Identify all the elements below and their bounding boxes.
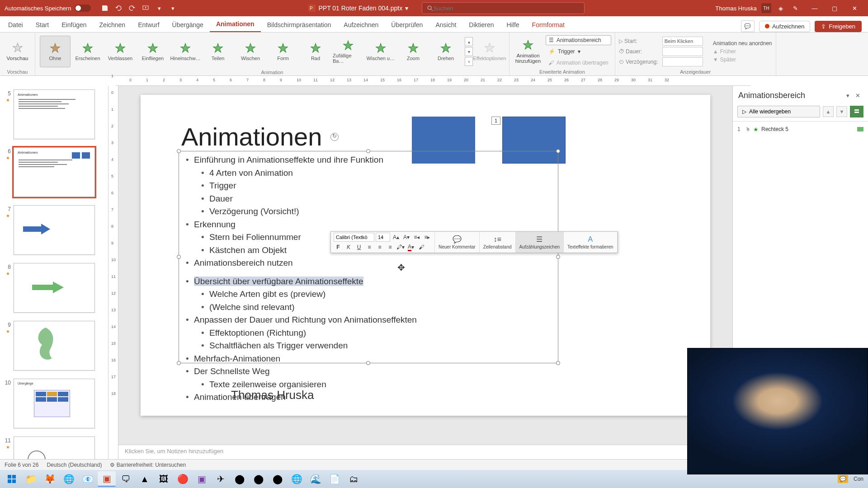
- anim-randombars[interactable]: Zufällige Ba…: [333, 36, 363, 67]
- anim-appear[interactable]: Erscheinen: [72, 36, 103, 67]
- increase-font-icon[interactable]: A▴: [392, 233, 401, 242]
- task-comment-indicator[interactable]: 💬: [838, 475, 848, 483]
- file-name[interactable]: P PPT 01 Roter Faden 004.pptx ▾: [308, 5, 408, 12]
- move-down-button[interactable]: ▼: [836, 106, 847, 117]
- task-label[interactable]: Con: [854, 476, 863, 482]
- line-spacing-button[interactable]: ↕≡Zeilenabstand: [480, 232, 516, 253]
- chevron-down-icon[interactable]: ▾: [843, 90, 853, 100]
- play-all-button[interactable]: ▷ Alle wiedergeben: [737, 106, 820, 117]
- bullet-l1[interactable]: Der Schnellste Weg: [181, 365, 552, 378]
- tab-dictate[interactable]: Diktieren: [462, 18, 500, 32]
- tab-start[interactable]: Start: [29, 18, 56, 32]
- underline-icon[interactable]: U: [354, 243, 363, 252]
- task-edge-icon[interactable]: 🌊: [307, 471, 325, 487]
- thumb-slide-10[interactable]: Übergänge: [14, 379, 95, 428]
- mini-toolbar[interactable]: Calibri (Textkö 14 A▴ A▾ ≡◂ ≡▸ F K U ≡: [330, 231, 618, 253]
- gallery-scroll[interactable]: ▴▾▿: [465, 37, 473, 66]
- save-icon[interactable]: [100, 3, 110, 13]
- thumb-slide-11[interactable]: ♡: [14, 436, 95, 459]
- add-animation-button[interactable]: Animation hinzufügen: [513, 35, 543, 68]
- task-app-icon[interactable]: 🗂: [344, 471, 363, 487]
- search-box[interactable]: [422, 2, 585, 14]
- task-onenote-icon[interactable]: ▣: [193, 471, 211, 487]
- anim-floatin[interactable]: Hineinschw…: [170, 36, 201, 67]
- undo-icon[interactable]: [113, 3, 123, 13]
- author-name[interactable]: Thomas Hruska: [231, 388, 314, 402]
- thumb-slide-5[interactable]: Animationen: [14, 89, 95, 139]
- bullet-l2[interactable]: Effektoptionen (Richtung): [181, 327, 552, 340]
- autosave-toggle[interactable]: Automatisches Speichern: [0, 5, 95, 12]
- user-avatar[interactable]: TH: [761, 3, 771, 13]
- language-indicator[interactable]: Deutsch (Deutschland): [47, 462, 102, 468]
- anim-fade[interactable]: Verblassen: [105, 36, 136, 67]
- start-show-icon[interactable]: [141, 3, 151, 13]
- anim-wheel[interactable]: Rad: [300, 36, 331, 67]
- slide-canvas[interactable]: Animationen 1 E: [141, 95, 710, 416]
- close-pane-icon[interactable]: ✕: [853, 90, 863, 100]
- qat-customize-icon[interactable]: ▾: [168, 3, 178, 13]
- tab-transitions[interactable]: Übergänge: [166, 18, 210, 32]
- start-dropdown[interactable]: Beim Klicken: [662, 37, 703, 46]
- bullet-l2[interactable]: Verzögerung (Vorsicht!): [181, 205, 552, 218]
- tab-insert[interactable]: Einfügen: [55, 18, 93, 32]
- comments-button[interactable]: 💬: [741, 20, 755, 32]
- thumb-slide-8[interactable]: [14, 263, 95, 313]
- task-explorer-icon[interactable]: 📁: [22, 471, 40, 487]
- slide-title[interactable]: Animationen: [181, 122, 322, 151]
- animation-pane-button[interactable]: ☰ Animationsbereich: [546, 35, 611, 45]
- slide-thumbnails[interactable]: 5★Animationen 6★Animationen 7★ 8★ 9★ 10Ü…: [0, 86, 108, 459]
- bullet-l2[interactable]: Welche Arten gibt es (preview): [181, 288, 552, 301]
- horizontal-ruler[interactable]: 2101234567891011121314151617181920212223…: [116, 76, 750, 86]
- bullet-l1[interactable]: Einführung in Animationseffekte und ihre…: [181, 154, 552, 167]
- task-app-icon[interactable]: 🗨: [117, 471, 135, 487]
- font-name-dropdown[interactable]: Calibri (Textkö: [334, 233, 374, 242]
- task-firefox-icon[interactable]: 🦊: [41, 471, 59, 487]
- bullet-l2[interactable]: (Welche sind relevant): [181, 301, 552, 314]
- bullet-l1[interactable]: Erkennung: [181, 218, 552, 231]
- user-name[interactable]: Thomas Hruska: [715, 5, 757, 12]
- task-app-icon[interactable]: 🌐: [288, 471, 306, 487]
- task-app-icon[interactable]: 📄: [326, 471, 344, 487]
- start-button[interactable]: [3, 471, 21, 487]
- search-input[interactable]: [433, 5, 580, 12]
- tab-record[interactable]: Aufzeichnen: [337, 18, 385, 32]
- tab-view[interactable]: Ansicht: [429, 18, 462, 32]
- align-left-icon[interactable]: ≡: [365, 243, 374, 252]
- task-app-icon[interactable]: ⬤: [231, 471, 249, 487]
- task-powerpoint-icon[interactable]: ▣: [98, 471, 116, 487]
- format-painter-icon[interactable]: 🖌: [417, 243, 426, 252]
- task-app-icon[interactable]: 🔴: [174, 471, 192, 487]
- font-color-icon[interactable]: A▾: [406, 243, 415, 252]
- thumb-slide-6[interactable]: Animationen: [14, 147, 95, 197]
- tab-help[interactable]: Hilfe: [500, 18, 526, 32]
- toggle-switch-icon[interactable]: [75, 5, 91, 12]
- bullets-button[interactable]: ☰Aufzählungszeichen: [516, 232, 564, 253]
- pen-icon[interactable]: ✎: [790, 3, 800, 13]
- trigger-button[interactable]: ⚡ Trigger ▾: [546, 47, 611, 56]
- bullet-l1[interactable]: Mehrfach-Animationen: [181, 352, 552, 366]
- bullet-l2[interactable]: Schaltflächen als Trigger verwenden: [181, 339, 552, 352]
- anim-wipe[interactable]: Wischen: [235, 36, 266, 67]
- task-chrome-icon[interactable]: 🌐: [60, 471, 78, 487]
- rotate-handle-icon[interactable]: [330, 133, 339, 141]
- font-size-dropdown[interactable]: 14: [376, 233, 390, 242]
- minimize-button[interactable]: —: [805, 0, 825, 16]
- task-outlook-icon[interactable]: 📧: [79, 471, 97, 487]
- bullet-l2[interactable]: Dauer: [181, 192, 552, 206]
- task-app-icon[interactable]: 🖼: [155, 471, 173, 487]
- bold-icon[interactable]: F: [334, 243, 343, 252]
- close-button[interactable]: ✕: [844, 0, 864, 16]
- record-button[interactable]: Aufzeichnen: [759, 21, 811, 32]
- chevron-down-icon[interactable]: ▾: [405, 5, 408, 12]
- bullet-l2[interactable]: 4 Arten von Animation: [181, 167, 552, 180]
- view-toggle-button[interactable]: [850, 106, 863, 117]
- task-telegram-icon[interactable]: ✈: [212, 471, 230, 487]
- align-right-icon[interactable]: ≡: [386, 243, 395, 252]
- bullet-l1[interactable]: Animationsbereich nutzen: [181, 257, 552, 270]
- slide-count[interactable]: Folie 6 von 26: [5, 462, 38, 468]
- accessibility-check[interactable]: ⚙ Barrierefreiheit: Untersuchen: [110, 462, 186, 468]
- vertical-ruler[interactable]: 10123456789101112131415161718: [108, 86, 118, 459]
- increase-indent-icon[interactable]: ≡▸: [423, 233, 432, 242]
- anim-growturn[interactable]: Wischen u…: [365, 36, 396, 67]
- notes-input[interactable]: Klicken Sie, um Notizen hinzuzufügen: [118, 445, 732, 459]
